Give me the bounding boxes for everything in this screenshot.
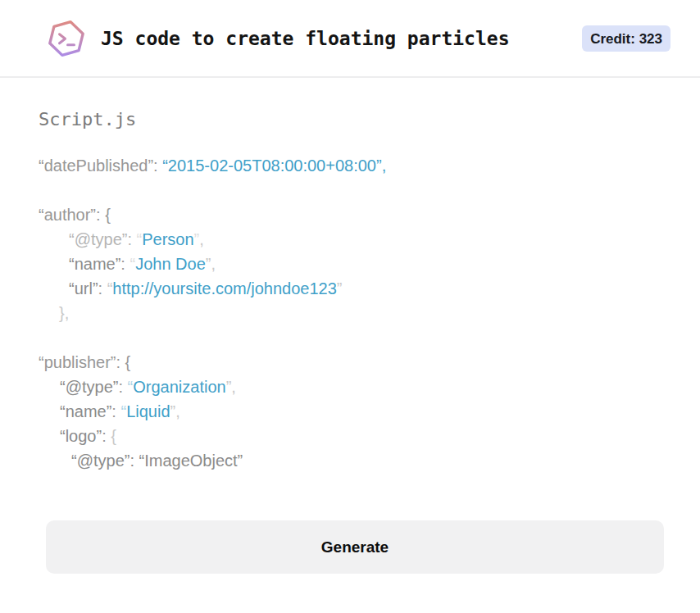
app-header: JS code to create floating particles Cre… <box>0 0 700 78</box>
code-line: “@type”: “Person”, <box>39 227 664 252</box>
code-line: “@type”: “Organization”, <box>39 375 664 399</box>
code-line: “@type”: “ImageObject” <box>39 448 664 473</box>
code-line: “logo”: { <box>39 424 664 448</box>
code-line: “name”: “Liquid”, <box>39 399 664 424</box>
credit-badge: Credit: 323 <box>582 25 670 52</box>
code-line: }, <box>39 301 664 325</box>
code-line <box>39 178 664 202</box>
page-title: JS code to create floating particles <box>101 28 510 49</box>
main-content: Script.js “datePublished”: “2015-02-05T0… <box>0 109 700 574</box>
code-line <box>39 325 664 350</box>
generate-button[interactable]: Generate <box>46 520 664 574</box>
code-line: “publisher”: { <box>39 350 664 375</box>
code-block: “datePublished”: “2015-02-05T08:00:00+08… <box>39 153 664 473</box>
filename-label: Script.js <box>39 109 664 130</box>
terminal-hexagon-icon <box>45 16 88 61</box>
code-line: “author”: { <box>39 202 664 227</box>
code-line: “datePublished”: “2015-02-05T08:00:00+08… <box>39 153 664 178</box>
code-line: “url”: “http://yoursite.com/johndoe123” <box>39 276 664 301</box>
code-line: “name”: “John Doe”, <box>39 252 664 276</box>
